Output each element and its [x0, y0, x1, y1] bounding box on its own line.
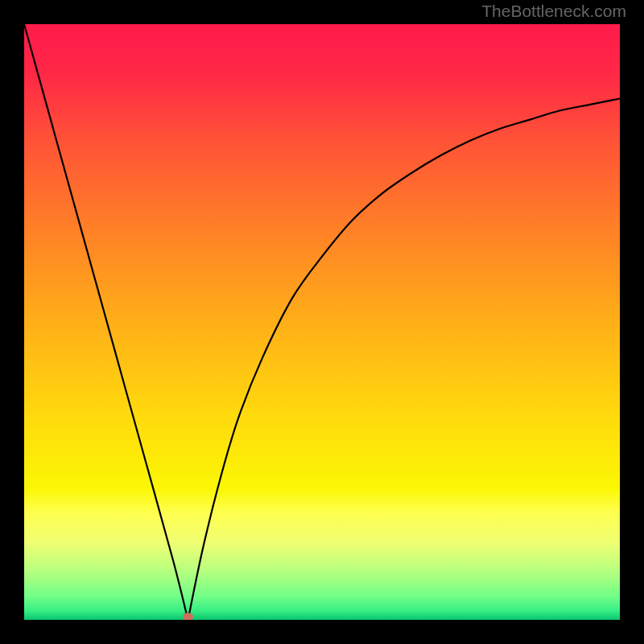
plot-background [24, 24, 620, 620]
bottleneck-chart [24, 24, 620, 620]
watermark-label: TheBottleneck.com [481, 2, 626, 21]
chart-frame: TheBottleneck.com [0, 0, 644, 644]
